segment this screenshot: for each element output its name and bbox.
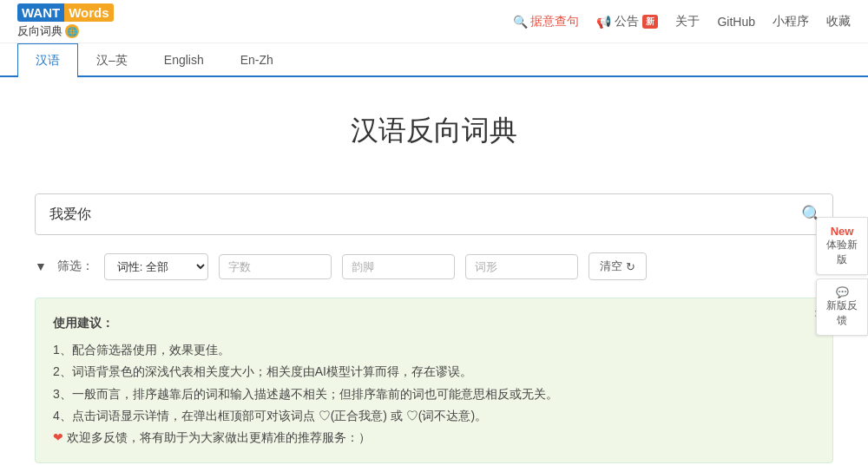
nav-right: 🔍 据意查句 📢 公告 新 关于 GitHub 小程序 收藏 [513,14,851,29]
new-badge: 新 [642,15,658,29]
page-title: 汉语反向词典 [35,112,833,150]
char-count-input[interactable] [219,254,332,279]
subtitle-text: 反向词典 [17,23,62,39]
clear-button[interactable]: 清空 ↻ [589,252,647,280]
refresh-icon: ↻ [626,260,635,273]
filter-funnel-icon: ▼ [35,259,47,273]
tabs-bar: 汉语 汉–英 English En-Zh [0,43,868,77]
tab-zh[interactable]: 汉语 [17,43,78,77]
tips-feedback-text: 欢迎多反馈，将有助于为大家做出更精准的推荐服务：） [67,430,371,444]
side-try-label: 体验新版 [825,238,858,267]
logo-top: WANT Words [17,3,114,22]
nav-favorites[interactable]: 收藏 [826,14,851,29]
nav-github[interactable]: GitHub [717,15,755,29]
tips-line-3: 3、一般而言，排序越靠后的词和输入描述越不相关；但排序靠前的词也可能意思相反或无… [53,383,815,405]
logo-subtitle: 反向词典 🌐 [17,23,114,39]
feedback-icon: 💬 [825,286,858,298]
nav-miniapp[interactable]: 小程序 [773,14,809,29]
clear-label: 清空 [600,259,622,274]
search-container: 🔍 [35,193,833,235]
heart-icon: ❤ [53,430,63,444]
filter-label-text: 筛选： [57,259,94,274]
logo-words[interactable]: Words [64,3,113,22]
announce-icon: 📢 [596,15,611,29]
logo-want[interactable]: WANT [17,3,64,22]
tips-line-2: 2、词语背景色的深浅代表相关度大小；相关度由AI模型计算而得，存在谬误。 [53,361,815,383]
header: WANT Words 反向词典 🌐 🔍 据意查句 📢 公告 新 关于 GitHu… [0,0,868,43]
try-new-version-button[interactable]: New 体验新版 [816,217,868,275]
side-new-badge: New [825,225,858,238]
tab-zh-en[interactable]: 汉–英 [78,43,146,77]
main-content: 汉语反向词典 🔍 ▼ 筛选： 词性: 全部 名词 动词 形容词 清空 ↻ × 使… [17,112,851,463]
morph-input[interactable] [465,254,578,279]
tips-line-1: 1、配合筛选器使用，效果更佳。 [53,339,815,361]
announce-label: 公告 [615,14,639,29]
tips-line-5: ❤ 欢迎多反馈，将有助于为大家做出更精准的推荐服务：） [53,427,815,449]
search-nav-icon: 🔍 [513,15,528,29]
tab-en[interactable]: English [146,43,222,77]
search-nav-label: 据意查句 [530,14,579,29]
tips-title: 使用建议： [53,312,815,334]
nav-announce-button[interactable]: 📢 公告 新 [596,14,658,29]
search-input[interactable] [35,193,833,235]
feedback-button[interactable]: 💬 新版反馈 [816,278,868,336]
nav-about[interactable]: 关于 [675,14,700,29]
side-panel: New 体验新版 💬 新版反馈 [816,217,868,336]
tips-line-4: 4、点击词语显示详情，在弹出框顶部可对该词点 ♡(正合我意) 或 ♡(词不达意)… [53,405,815,427]
globe-icon: 🌐 [65,24,79,38]
feedback-label: 新版反馈 [825,298,858,328]
tips-box: × 使用建议： 1、配合筛选器使用，效果更佳。 2、词语背景色的深浅代表相关度大… [35,298,833,463]
logo-area: WANT Words 反向词典 🌐 [17,3,114,39]
tab-en-zh[interactable]: En-Zh [222,43,292,77]
nav-search-button[interactable]: 🔍 据意查句 [513,14,579,29]
filter-bar: ▼ 筛选： 词性: 全部 名词 动词 形容词 清空 ↻ [35,252,833,280]
rhyme-input[interactable] [342,254,455,279]
pos-filter-select[interactable]: 词性: 全部 名词 动词 形容词 [104,253,208,280]
